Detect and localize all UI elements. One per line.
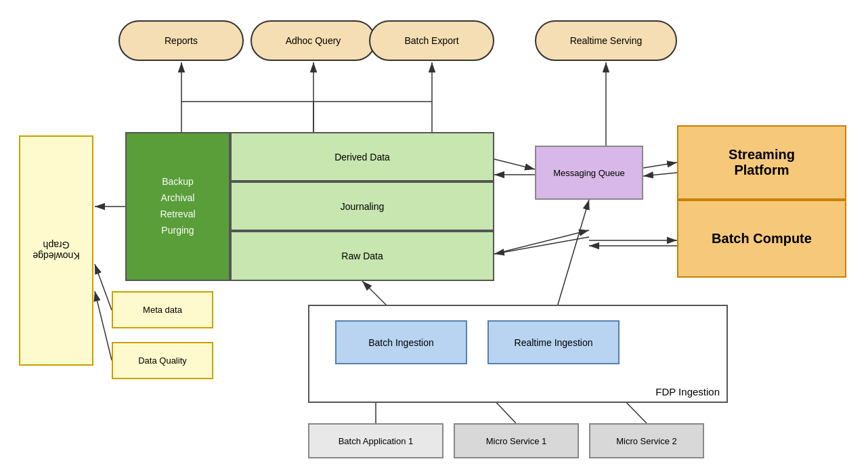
adhoc-query-pill: Adhoc Query (251, 20, 376, 61)
reports-label: Reports (165, 35, 198, 46)
journaling-box: Journaling (230, 181, 494, 231)
micro-service-2-label: Micro Service 2 (616, 436, 677, 446)
raw-data-label: Raw Data (341, 251, 383, 261)
batch-application-label: Batch Application 1 (339, 436, 414, 446)
messaging-queue-box: Messaging Queue (535, 146, 643, 200)
svg-line-7 (95, 264, 112, 310)
backup-panel-label: BackupArchivalRetrevalPurging (160, 174, 195, 238)
meta-data-label: Meta data (143, 305, 182, 315)
streaming-platform-box: StreamingPlatform (677, 125, 846, 200)
batch-ingestion-label: Batch Ingestion (368, 337, 434, 348)
knowledge-graph-box: KnowledgeGraph (19, 135, 93, 366)
realtime-ingestion-box: Realtime Ingestion (487, 320, 620, 364)
svg-line-12 (494, 237, 589, 254)
backup-panel-box: BackupArchivalRetrevalPurging (125, 132, 230, 281)
micro-service-1-label: Micro Service 1 (486, 436, 547, 446)
journaling-label: Journaling (341, 201, 385, 212)
svg-line-18 (553, 200, 589, 320)
messaging-queue-label: Messaging Queue (553, 168, 625, 178)
svg-line-9 (494, 159, 535, 169)
knowledge-graph-label: KnowledgeGraph (32, 240, 79, 261)
batch-compute-box: Batch Compute (677, 200, 846, 278)
micro-service-2-box: Micro Service 2 (589, 423, 704, 458)
adhoc-query-label: Adhoc Query (286, 35, 341, 46)
realtime-serving-label: Realtime Serving (570, 35, 643, 46)
data-quality-label: Data Quality (138, 356, 187, 366)
reports-pill: Reports (118, 20, 244, 61)
derived-data-box: Derived Data (230, 132, 494, 181)
batch-export-pill: Batch Export (369, 20, 494, 61)
derived-data-label: Derived Data (334, 152, 390, 163)
fdp-ingestion-label: FDP Ingestion (655, 386, 720, 397)
data-quality-box: Data Quality (112, 342, 213, 379)
micro-service-1-box: Micro Service 1 (454, 423, 579, 458)
batch-compute-label: Batch Compute (712, 231, 812, 246)
raw-data-box: Raw Data (230, 231, 494, 281)
realtime-serving-pill: Realtime Serving (535, 20, 677, 61)
svg-line-11 (494, 230, 589, 254)
svg-line-14 (643, 173, 677, 176)
batch-export-label: Batch Export (404, 35, 458, 46)
meta-data-box: Meta data (112, 291, 213, 328)
batch-application-box: Batch Application 1 (308, 423, 443, 458)
realtime-ingestion-label: Realtime Ingestion (515, 337, 593, 348)
svg-line-13 (643, 163, 677, 168)
architecture-diagram: Reports Adhoc Query Batch Export Realtim… (0, 0, 868, 474)
svg-line-8 (95, 291, 112, 360)
batch-ingestion-box: Batch Ingestion (335, 320, 467, 364)
streaming-platform-label: StreamingPlatform (729, 147, 795, 178)
